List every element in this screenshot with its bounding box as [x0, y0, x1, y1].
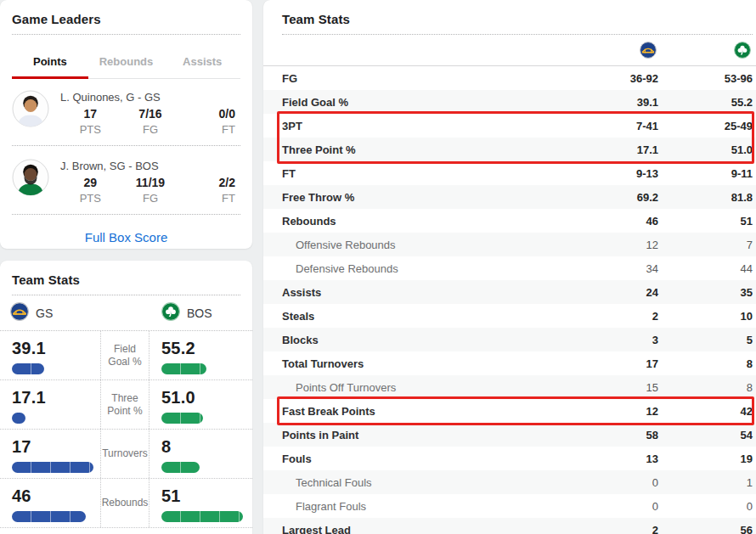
- tab-assists[interactable]: Assists: [164, 46, 240, 78]
- gs-bar: [12, 413, 25, 424]
- bos-value: 7: [658, 239, 753, 251]
- stat-value: 7/16: [121, 107, 181, 121]
- stat-label: PTS: [60, 123, 121, 136]
- team-stat-compare-row: 17 Turnovers 8: [0, 430, 252, 479]
- player-name[interactable]: J. Brown, SG - BOS: [60, 160, 240, 172]
- stat-label: PTS: [60, 192, 121, 205]
- bos-value: 35: [658, 286, 753, 299]
- gs-value: 0: [582, 476, 658, 489]
- gs-value: 17.1: [582, 143, 658, 156]
- stat-label: Blocks: [282, 334, 582, 346]
- bos-bar: [161, 363, 206, 374]
- gs-value: 12: [582, 239, 658, 251]
- leader-stat: 11/19 FG: [121, 176, 181, 205]
- stat-label: Steals: [282, 310, 582, 323]
- stat-label: Offensive Rebounds: [282, 239, 582, 251]
- leader-stat: 0/0 FT: [180, 107, 240, 136]
- bos-bar: [161, 511, 243, 522]
- bos-value: 8: [658, 357, 753, 370]
- stat-label: FT: [180, 123, 235, 136]
- table-row: Technical Fouls 0 1: [263, 470, 756, 494]
- stat-label: FG: [121, 192, 181, 205]
- teams-row: GS BOS: [0, 295, 252, 331]
- bos-value: 55.2: [658, 96, 753, 109]
- team-stats-table-card: Team Stats FG 36-92 53-96 Field Goal % 3…: [263, 0, 756, 534]
- leader-main: L. Quinones, G - GS 17 PTS 7/16 FG 0/0 F…: [60, 90, 240, 136]
- gs-bar: [12, 511, 86, 522]
- bos-side: 51: [150, 479, 252, 527]
- stat-label: Three Point %: [100, 380, 150, 429]
- table-row: Flagrant Fouls 0 0: [263, 494, 756, 518]
- stat-value: 29: [60, 176, 121, 189]
- stat-label: 3PT: [282, 120, 582, 132]
- player-avatar[interactable]: [12, 90, 49, 131]
- gs-value: 36-92: [582, 72, 658, 85]
- gs-bar: [12, 363, 44, 374]
- stat-label: Field Goal %: [282, 96, 582, 109]
- player-name[interactable]: L. Quinones, G - GS: [60, 91, 240, 104]
- table-row: Rebounds 46 51: [263, 209, 756, 233]
- bos-bar: [161, 413, 203, 424]
- stat-label: Points in Paint: [282, 429, 582, 441]
- table-row: Total Turnovers 17 8: [263, 351, 756, 375]
- bos-value: 9-11: [658, 167, 753, 180]
- gs-side: 46: [0, 479, 100, 527]
- gs-value: 24: [582, 286, 658, 299]
- divider: [12, 145, 240, 146]
- stat-label: FT: [180, 192, 235, 205]
- stat-label: Turnovers: [100, 430, 150, 478]
- leader-row[interactable]: L. Quinones, G - GS 17 PTS 7/16 FG 0/0 F…: [0, 79, 252, 143]
- table-row: Three Point % 17.1 51.0: [263, 138, 756, 161]
- player-avatar[interactable]: [12, 159, 49, 200]
- stat-value: 17: [60, 107, 121, 121]
- table-header-row: [263, 35, 756, 66]
- bos-value: 51.0: [161, 388, 252, 408]
- leader-stat: 29 PTS: [60, 176, 121, 205]
- table-row: Field Goal % 39.1 55.2: [263, 90, 756, 114]
- stat-label: Total Turnovers: [282, 357, 582, 370]
- gs-value: 2: [582, 310, 658, 323]
- stat-label: Points Off Turnovers: [282, 381, 582, 394]
- bos-value: 5: [658, 334, 753, 346]
- team-stat-compare-row: 46 Rebounds 51: [0, 479, 252, 528]
- table-row: Points Off Turnovers 15 8: [263, 375, 756, 399]
- stat-label: Rebounds: [100, 479, 150, 527]
- tab-points[interactable]: Points: [12, 46, 88, 78]
- bos-value: 81.8: [658, 191, 753, 204]
- gs-value: 34: [582, 262, 658, 275]
- team-abbr-bos: BOS: [187, 306, 212, 320]
- bos-value: 1: [658, 476, 753, 489]
- bos-value: 55.2: [161, 339, 252, 358]
- bos-value: 53-96: [658, 72, 753, 85]
- team-stats-mini-card: Team Stats GS BOS 39.1 Field Goal %: [0, 261, 252, 534]
- leader-stat: 17 PTS: [60, 107, 121, 136]
- table-row: 3PT 7-41 25-49: [263, 114, 756, 138]
- team-chip-bos: BOS: [161, 295, 212, 330]
- leader-row[interactable]: J. Brown, SG - BOS 29 PTS 11/19 FG 2/2 F…: [0, 148, 252, 212]
- divider: [12, 34, 240, 35]
- team-stat-compare-row: 17.1 Three Point % 51.0: [0, 380, 252, 430]
- team-stats-mini-title: Team Stats: [0, 261, 252, 295]
- bos-value: 19: [658, 452, 753, 465]
- bos-value: 56: [658, 524, 753, 534]
- gs-value: 13: [582, 452, 658, 465]
- table-row: Defensive Rebounds 34 44: [263, 256, 756, 280]
- bos-side: 55.2: [150, 331, 252, 379]
- stat-label: Rebounds: [282, 215, 582, 228]
- table-row: Assists 24 35: [263, 280, 756, 304]
- leader-stat: 2/2 FT: [180, 176, 240, 205]
- team-abbr-gs: GS: [36, 306, 53, 320]
- stat-label: Fouls: [282, 452, 582, 465]
- bos-value: 0: [658, 500, 753, 513]
- leaders-tabs: PointsReboundsAssists: [12, 46, 240, 79]
- gs-value: 39.1: [582, 96, 658, 109]
- bos-value: 10: [658, 310, 753, 323]
- table-row: Points in Paint 58 54: [263, 423, 756, 447]
- gs-value: 46: [582, 215, 658, 228]
- leader-stats: 17 PTS 7/16 FG 0/0 FT: [60, 107, 240, 136]
- gs-value: 17: [582, 357, 658, 370]
- leaders-list: L. Quinones, G - GS 17 PTS 7/16 FG 0/0 F…: [0, 79, 252, 215]
- tab-rebounds[interactable]: Rebounds: [88, 46, 165, 78]
- full-box-score-link[interactable]: Full Box Score: [0, 216, 252, 255]
- celtics-logo-icon: [161, 302, 180, 323]
